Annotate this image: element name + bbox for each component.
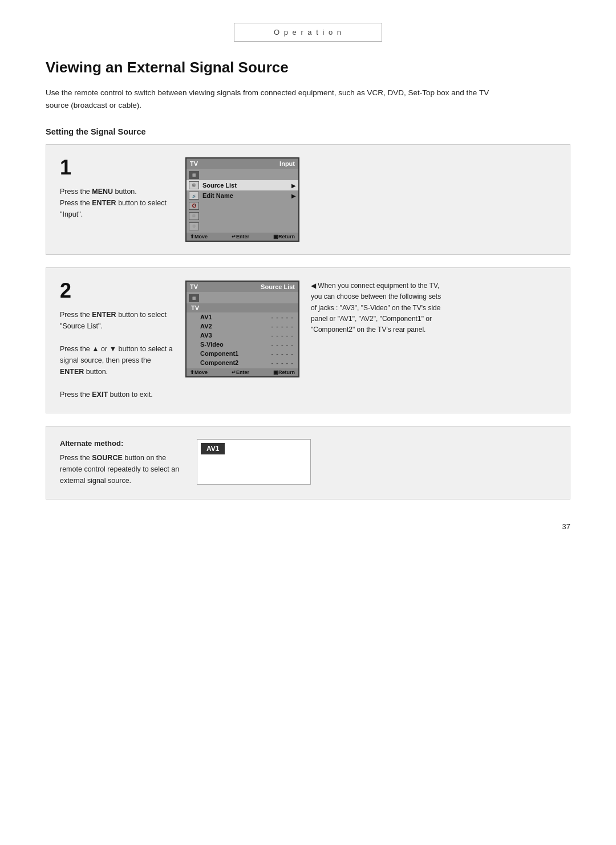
source-component2-label: Component2 — [200, 359, 238, 366]
s2-footer-move: ⬆Move — [190, 369, 208, 375]
s2-footer-return: ▣Return — [273, 369, 295, 375]
tv-icon-row-6: ⚙ — [187, 221, 298, 231]
operation-label: O p e r a t i o n — [274, 28, 342, 36]
source-av1-dashes: - - - - - — [271, 314, 294, 320]
source-av2-dashes: - - - - - — [271, 323, 294, 330]
step-2-number: 2 — [60, 281, 174, 301]
source-av2-label: AV2 — [200, 323, 212, 330]
source-av2: AV2 - - - - - — [187, 322, 298, 331]
step-1-screen-header: TV Input — [187, 159, 298, 169]
alternate-left: Alternate method: Press the SOURCE butto… — [60, 439, 185, 486]
av1-badge: AV1 — [201, 443, 225, 454]
source-component2: Component2 - - - - - — [187, 358, 298, 367]
footer-enter: ↵Enter — [232, 234, 249, 239]
source-av3-dashes: - - - - - — [271, 332, 294, 339]
tv-icon-6: ⚙ — [189, 222, 199, 230]
step-2-note: ◀ When you connect equipment to the TV, … — [311, 281, 448, 335]
step-2-channel: TV — [190, 283, 198, 290]
step-2-screen-title: Source List — [261, 283, 295, 290]
source-av1-label: AV1 — [200, 314, 212, 320]
step-2-text: Press the ENTER button to select "Source… — [60, 309, 174, 400]
step-2-footer: ⬆Move ↵Enter ▣Return — [187, 368, 298, 376]
av1-screen: AV1 — [197, 439, 311, 485]
step-1-box: 1 Press the MENU button. Press the ENTER… — [46, 144, 570, 255]
tv-icon-4: 🔇 — [189, 202, 199, 210]
operation-header: O p e r a t i o n — [234, 23, 382, 42]
tv-icon-3: 🔊 — [189, 192, 199, 200]
section-heading: Setting the Signal Source — [46, 127, 570, 136]
alternate-method-box: Alternate method: Press the SOURCE butto… — [46, 426, 570, 499]
step-2-box: 2 Press the ENTER button to select "Sour… — [46, 267, 570, 413]
source-av3-label: AV3 — [200, 332, 212, 339]
source-svideo-dashes: - - - - - — [271, 341, 294, 348]
step-1-screen-title: Input — [279, 160, 295, 167]
tv-icon-row-5: ⊠ — [187, 211, 298, 221]
source-list-arrow: ▶ — [291, 182, 296, 189]
step-1-screen: TV Input ▦ ⊞ Source List ▶ 🔊 Edit Name ▶… — [185, 157, 299, 242]
step-2-screen: TV Source List ▦ TV AV1 - - - - - AV2 - … — [185, 281, 299, 377]
step-1-number: 1 — [60, 157, 174, 178]
tv-s2-icon-1: ▦ — [189, 294, 199, 302]
tv-icon-1: ▦ — [189, 171, 199, 179]
s2-footer-enter: ↵Enter — [232, 369, 249, 375]
source-av1: AV1 - - - - - — [187, 312, 298, 322]
source-svideo-label: S-Video — [200, 341, 224, 348]
tv-icon-2: ⊞ — [189, 181, 199, 189]
step-1-footer: ⬆Move ↵Enter ▣Return — [187, 233, 298, 241]
step-2-screen-body: ▦ TV AV1 - - - - - AV2 - - - - - AV3 - -… — [187, 292, 298, 368]
tv-icon-5: ⊠ — [189, 212, 199, 220]
source-tv: TV — [187, 303, 298, 312]
step-1-text: Press the MENU button. Press the ENTER b… — [60, 186, 174, 220]
step-2-left: 2 Press the ENTER button to select "Sour… — [60, 281, 174, 400]
step-1-left: 1 Press the MENU button. Press the ENTER… — [60, 157, 174, 220]
footer-return: ▣Return — [273, 234, 295, 239]
edit-name-label: Edit Name — [202, 192, 288, 199]
alternate-heading: Alternate method: — [60, 439, 185, 448]
step-1-channel: TV — [190, 160, 198, 167]
step-2-screen-header: TV Source List — [187, 282, 298, 292]
edit-name-arrow: ▶ — [291, 193, 296, 199]
page-number: 37 — [46, 522, 570, 531]
source-av3: AV3 - - - - - — [187, 331, 298, 340]
page-title: Viewing an External Signal Source — [46, 59, 570, 76]
source-svideo: S-Video - - - - - — [187, 340, 298, 349]
footer-move: ⬆Move — [190, 234, 208, 239]
step-1-menu-source-list: ⊞ Source List ▶ — [187, 180, 298, 190]
tv-icon-row-4: 🔇 — [187, 201, 298, 211]
source-tv-label: TV — [191, 304, 199, 311]
tv-icon-row-1: ▦ — [187, 170, 298, 180]
source-component1-dashes: - - - - - — [271, 350, 294, 357]
source-component1: Component1 - - - - - — [187, 349, 298, 358]
source-list-label: Source List — [202, 182, 288, 189]
source-component2-dashes: - - - - - — [271, 359, 294, 366]
tv-s2-icon-row-1: ▦ — [187, 293, 298, 303]
step-1-menu-edit-name: 🔊 Edit Name ▶ — [187, 190, 298, 201]
alternate-text: Press the SOURCE button on the remote co… — [60, 452, 185, 486]
intro-text: Use the remote control to switch between… — [46, 87, 491, 111]
source-component1-label: Component1 — [200, 350, 238, 357]
step-1-screen-body: ▦ ⊞ Source List ▶ 🔊 Edit Name ▶ 🔇 ⊠ ⚙ — [187, 169, 298, 233]
